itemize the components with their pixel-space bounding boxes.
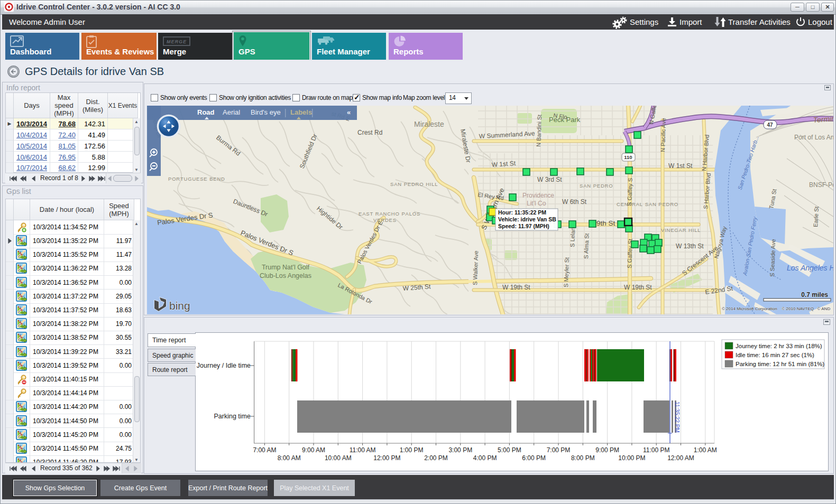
svg-text:S Alma St: S Alma St bbox=[583, 233, 590, 259]
svg-text:6:00 PM: 6:00 PM bbox=[522, 454, 546, 462]
svg-text:S A N P E D R O: S A N P E D R O bbox=[580, 183, 613, 189]
svg-text:8:00 AM: 8:00 AM bbox=[278, 454, 301, 462]
svg-text:Club-Los Angelas: Club-Los Angelas bbox=[260, 272, 311, 279]
svg-text:5:00 PM: 5:00 PM bbox=[498, 446, 521, 454]
svg-text:110: 110 bbox=[624, 154, 632, 160]
svg-text:9:00 AM: 9:00 AM bbox=[302, 446, 325, 454]
svg-text:Parking time: 12 hr 51 min (81: Parking time: 12 hr 51 min (81%) bbox=[736, 361, 824, 367]
svg-text:9:00 PM: 9:00 PM bbox=[595, 446, 619, 454]
svg-text:Los Angeles Harb: Los Angeles Harb bbox=[787, 264, 833, 272]
svg-text:S A N P E D R O H I L L: S A N P E D R O H I L L bbox=[390, 181, 438, 187]
svg-text:W 19th St: W 19th St bbox=[502, 284, 530, 291]
svg-text:Speed: 11.97 (MPH): Speed: 11.97 (MPH) bbox=[498, 223, 549, 229]
svg-text:1:00 PM: 1:00 PM bbox=[400, 446, 424, 454]
svg-text:Labels: Labels bbox=[290, 108, 312, 116]
svg-text:8:00 PM: 8:00 PM bbox=[571, 454, 595, 462]
svg-text:4:00 PM: 4:00 PM bbox=[473, 454, 497, 462]
svg-text:11:35:22 PM: 11:35:22 PM bbox=[674, 402, 681, 433]
svg-text:Trump Nat'l Golf: Trump Nat'l Golf bbox=[262, 264, 310, 271]
svg-text:Bird's eye: Bird's eye bbox=[251, 108, 281, 116]
svg-text:N Bandini St: N Bandini St bbox=[535, 115, 543, 147]
svg-text:Idle time: 16 min 27 sec (1%): Idle time: 16 min 27 sec (1%) bbox=[736, 352, 814, 358]
svg-text:W 19th St: W 19th St bbox=[624, 284, 652, 291]
svg-text:10:00 PM: 10:00 PM bbox=[618, 454, 645, 462]
svg-text:bing: bing bbox=[169, 300, 190, 312]
svg-text:9th St: 9th St bbox=[596, 219, 615, 227]
svg-text:11:00 AM: 11:00 AM bbox=[350, 446, 376, 454]
svg-text:W 1st St: W 1st St bbox=[668, 162, 693, 170]
svg-text:Port of Los Angel: Port of Los Angel bbox=[794, 134, 833, 141]
svg-text:© 2014 Microsoft Corporation: © 2014 Microsoft Corporation © 2010 NAVT… bbox=[722, 306, 830, 311]
svg-text:V I N E G A R H I L L: V I N E G A R H I L L bbox=[661, 227, 701, 233]
svg-text:S Seaside Ave: S Seaside Ave bbox=[769, 239, 776, 277]
svg-text:Providence: Providence bbox=[522, 192, 554, 199]
svg-text:Journey time: 2 hr 33 min (18%: Journey time: 2 hr 33 min (18%) bbox=[736, 343, 822, 349]
svg-text:N Pacific Ave: N Pacific Ave bbox=[659, 118, 667, 152]
svg-text:BNSF-Port: BNSF-Port bbox=[809, 181, 833, 189]
svg-text:2:00 PM: 2:00 PM bbox=[424, 454, 448, 462]
svg-text:47: 47 bbox=[767, 122, 773, 128]
svg-text:Road: Road bbox=[197, 108, 215, 116]
svg-text:7:00 AM: 7:00 AM bbox=[253, 446, 276, 454]
svg-text:3:00 PM: 3:00 PM bbox=[448, 446, 472, 454]
svg-text:Journey / Idle time: Journey / Idle time bbox=[197, 362, 251, 369]
svg-text:S Meyler St: S Meyler St bbox=[563, 257, 570, 287]
svg-text:S Walker Ave: S Walker Ave bbox=[472, 250, 479, 285]
svg-text:10:00 AM: 10:00 AM bbox=[325, 454, 352, 462]
svg-text:Miraleste: Miraleste bbox=[414, 120, 444, 128]
svg-text:11:00 PM: 11:00 PM bbox=[643, 446, 669, 454]
svg-text:Earle St: Earle St bbox=[812, 206, 820, 227]
svg-text:S Gaffey S: S Gaffey S bbox=[626, 178, 633, 206]
svg-text:MERGE: MERGE bbox=[167, 39, 187, 44]
svg-text:W 13th St: W 13th St bbox=[676, 242, 704, 250]
svg-text:Parking time: Parking time bbox=[214, 413, 251, 420]
svg-text:«: « bbox=[347, 108, 351, 116]
svg-text:Aerial: Aerial bbox=[223, 108, 240, 116]
svg-text:P O R T U G U E S E B E N D: P O R T U G U E S E B E N D bbox=[168, 176, 225, 182]
svg-text:12:00 PM: 12:00 PM bbox=[373, 454, 400, 462]
svg-text:E A S T R A N C H O P A L O: E A S T R A N C H O P A L O S bbox=[359, 211, 420, 217]
svg-text:W 3rd St: W 3rd St bbox=[537, 176, 562, 183]
svg-text:7:00 PM: 7:00 PM bbox=[547, 446, 571, 454]
svg-text:W 6th St: W 6th St bbox=[562, 198, 587, 206]
svg-text:Vehicle: idrive Van SB: Vehicle: idrive Van SB bbox=[498, 216, 556, 222]
svg-text:Hour: 11:35:22 PM: Hour: 11:35:22 PM bbox=[498, 209, 546, 216]
svg-text:Lit'l Co: Lit'l Co bbox=[527, 200, 546, 207]
svg-text:0.7 miles: 0.7 miles bbox=[801, 291, 828, 298]
svg-text:1:00 AM: 1:00 AM bbox=[694, 446, 717, 454]
svg-text:12:00 AM: 12:00 AM bbox=[667, 454, 694, 462]
svg-text:Crest Rd: Crest Rd bbox=[357, 129, 382, 136]
